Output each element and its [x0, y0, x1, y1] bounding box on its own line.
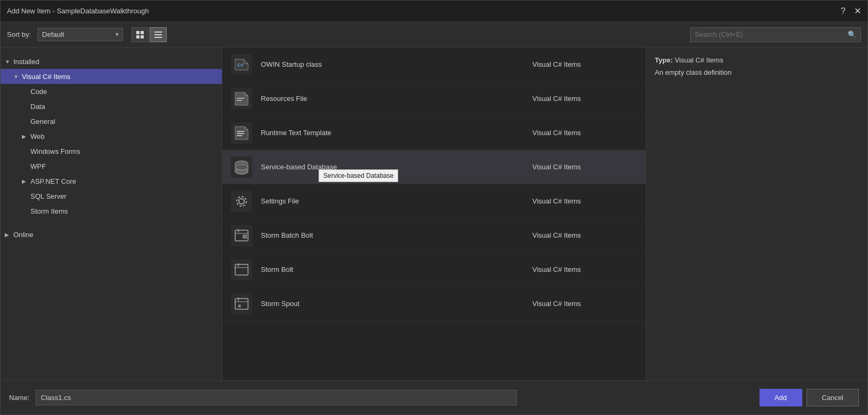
bottom-bar: Name: Add Cancel: [1, 380, 867, 414]
item-icon-runtime-text: [229, 120, 254, 146]
list-item[interactable]: Settings File Visual C# Items: [222, 184, 646, 218]
search-input[interactable]: [691, 30, 843, 38]
left-panel: ▼ Installed ▼ Visual C# Items Code Data: [1, 48, 222, 380]
item-category: Visual C# Items: [532, 60, 639, 68]
sidebar-item-code[interactable]: Code: [1, 84, 222, 99]
svg-rect-26: [231, 259, 252, 280]
close-button[interactable]: ✕: [854, 7, 861, 15]
svg-rect-2: [136, 35, 140, 38]
type-description: An empty class definition: [655, 68, 859, 76]
type-label-value: Visual C# Items: [675, 56, 723, 64]
center-panel: C# OWIN Startup class Visual C# Items: [222, 48, 646, 380]
svg-rect-28: [231, 293, 252, 315]
svg-rect-3: [141, 35, 144, 38]
toolbar: Sort by: Default ▼ 🔍: [1, 22, 867, 48]
sidebar-item-web[interactable]: ▶ Web: [1, 129, 222, 144]
item-category: Visual C# Items: [532, 197, 639, 205]
search-icon: 🔍: [843, 30, 861, 38]
arrow-icon: ▶: [22, 178, 30, 184]
storm-icon: [231, 225, 252, 246]
svg-rect-0: [136, 31, 140, 34]
titlebar-controls: ? ✕: [841, 7, 861, 15]
list-item[interactable]: C# OWIN Startup class Visual C# Items: [222, 48, 646, 82]
list-item[interactable]: Service-based Database Visual C# Items S…: [222, 150, 646, 184]
svg-text:C#: C#: [237, 62, 244, 68]
sidebar-item-installed[interactable]: ▼ Installed: [1, 54, 222, 69]
item-name: Storm Bolt: [261, 265, 532, 273]
svg-point-19: [235, 165, 248, 170]
arrow-icon: ▶: [5, 232, 13, 238]
svg-rect-15: [237, 135, 242, 136]
list-view-button[interactable]: [150, 27, 167, 42]
item-icon-database: [229, 154, 254, 180]
svg-rect-6: [154, 37, 162, 38]
list-item[interactable]: Resources File Visual C# Items: [222, 82, 646, 116]
sidebar-item-aspnet-core[interactable]: ▶ ASP.NET Core: [1, 174, 222, 189]
type-label-key: Type:: [655, 56, 673, 64]
item-icon-storm-batch: [229, 223, 254, 248]
list-item[interactable]: Storm Spout Visual C# Items: [222, 287, 646, 321]
sidebar-item-visual-csharp[interactable]: ▼ Visual C# Items: [1, 69, 222, 84]
list-item[interactable]: Storm Bolt Visual C# Items: [222, 253, 646, 287]
cancel-button[interactable]: Cancel: [807, 389, 859, 406]
help-button[interactable]: ?: [841, 7, 846, 15]
right-panel: Type: Visual C# Items An empty class def…: [646, 48, 867, 380]
svg-rect-25: [243, 234, 247, 239]
grid-icon: [136, 30, 144, 39]
dialog-container: Add New Item - SampleDatabaseWalkthrough…: [0, 0, 868, 415]
item-icon-settings: [229, 189, 254, 214]
sidebar-item-wpf[interactable]: WPF: [1, 159, 222, 174]
sidebar-item-label: Web: [30, 132, 45, 140]
sort-dropdown-wrapper: Default ▼: [37, 28, 123, 41]
svg-rect-4: [154, 32, 162, 33]
grid-view-button[interactable]: [131, 27, 149, 42]
tree-section: ▼ Installed ▼ Visual C# Items Code Data: [1, 52, 222, 244]
item-icon-storm-bolt: [229, 257, 254, 283]
text-template-icon: [231, 122, 252, 144]
item-category: Visual C# Items: [532, 300, 639, 308]
name-input[interactable]: [36, 390, 517, 405]
add-button[interactable]: Add: [759, 389, 802, 406]
sidebar-item-label: Visual C# Items: [22, 73, 71, 81]
svg-rect-5: [154, 34, 162, 35]
svg-rect-10: [237, 98, 244, 99]
sidebar-item-storm-items[interactable]: Storm Items: [1, 203, 222, 218]
sidebar-item-label: Code: [30, 88, 47, 96]
sidebar-item-label: Data: [30, 103, 45, 111]
sidebar-item-sql-server[interactable]: SQL Server: [1, 189, 222, 203]
titlebar: Add New Item - SampleDatabaseWalkthrough…: [1, 1, 867, 22]
item-category: Visual C# Items: [532, 265, 639, 273]
csharp-icon: C#: [231, 54, 252, 75]
sidebar-item-data[interactable]: Data: [1, 99, 222, 114]
sidebar-item-label: General: [30, 118, 55, 126]
svg-rect-11: [237, 100, 242, 101]
sidebar-item-online[interactable]: ▶ Online: [1, 227, 222, 242]
sort-label: Sort by:: [7, 30, 31, 38]
item-category: Visual C# Items: [532, 129, 639, 137]
sidebar-item-label: Storm Items: [30, 207, 68, 215]
item-name: Runtime Text Template: [261, 129, 532, 137]
item-icon-storm-spout: [229, 291, 254, 317]
item-name: OWIN Startup class: [261, 60, 532, 68]
svg-point-30: [238, 304, 241, 308]
arrow-icon: ▶: [22, 134, 30, 139]
gear-icon: [231, 191, 252, 212]
arrow-icon: ▼: [13, 74, 22, 80]
list-item[interactable]: Storm Batch Bolt Visual C# Items: [222, 218, 646, 253]
list-item[interactable]: Runtime Text Template Visual C# Items: [222, 116, 646, 150]
sidebar-item-label: WPF: [30, 162, 46, 170]
svg-rect-20: [231, 191, 252, 212]
sidebar-item-general[interactable]: General: [1, 114, 222, 129]
sort-dropdown[interactable]: Default: [37, 28, 123, 41]
bottom-buttons: Add Cancel: [759, 389, 859, 406]
sidebar-item-label: ASP.NET Core: [30, 177, 76, 185]
name-label: Name:: [9, 394, 29, 402]
sidebar-item-label: Windows Forms: [30, 147, 80, 155]
svg-rect-1: [141, 31, 144, 34]
list-icon: [154, 30, 162, 39]
database-icon: [231, 156, 252, 178]
sidebar-item-label: Installed: [13, 58, 39, 66]
sidebar-item-windows-forms[interactable]: Windows Forms: [1, 144, 222, 159]
dialog-title: Add New Item - SampleDatabaseWalkthrough: [7, 7, 841, 15]
item-name: Storm Batch Bolt: [261, 231, 532, 239]
